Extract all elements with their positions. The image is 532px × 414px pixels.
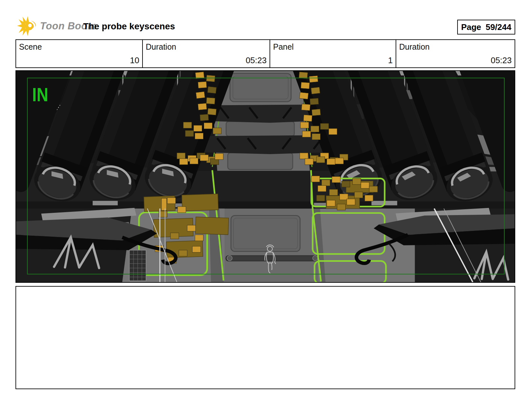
page-number: 59/244 <box>486 22 511 32</box>
storyboard-page: Toon Boom The probe keyscenes Page 59/24… <box>0 0 532 414</box>
scene-value: 10 <box>130 55 139 65</box>
storyboard-scene-art: IN <box>16 71 515 282</box>
scene-duration-value: 05:23 <box>246 55 267 65</box>
page-label: Page <box>461 22 481 32</box>
floor-slot <box>226 256 319 261</box>
toonboom-logo-icon <box>17 16 37 36</box>
panel-info-row: Scene 10 Duration 05:23 Panel 1 Duration… <box>15 39 515 68</box>
page-indicator: Page 59/244 <box>457 20 515 34</box>
caption-box <box>15 286 515 389</box>
panel-duration-value: 05:23 <box>491 55 512 65</box>
panel-value: 1 <box>388 55 392 65</box>
storyboard-panel-image: IN <box>15 70 515 283</box>
panel-label: Panel <box>273 42 294 52</box>
in-marker: IN <box>32 84 48 105</box>
scene-duration-label: Duration <box>146 42 176 52</box>
panel-duration-cell: Duration 05:23 <box>396 40 515 67</box>
scene-cell: Scene 10 <box>16 40 142 67</box>
scene-label: Scene <box>19 42 42 52</box>
panel-cell: Panel 1 <box>270 40 396 67</box>
panel-duration-label: Duration <box>399 42 430 52</box>
scene-duration-cell: Duration 05:23 <box>142 40 270 67</box>
document-title: The probe keyscenes <box>83 21 175 32</box>
